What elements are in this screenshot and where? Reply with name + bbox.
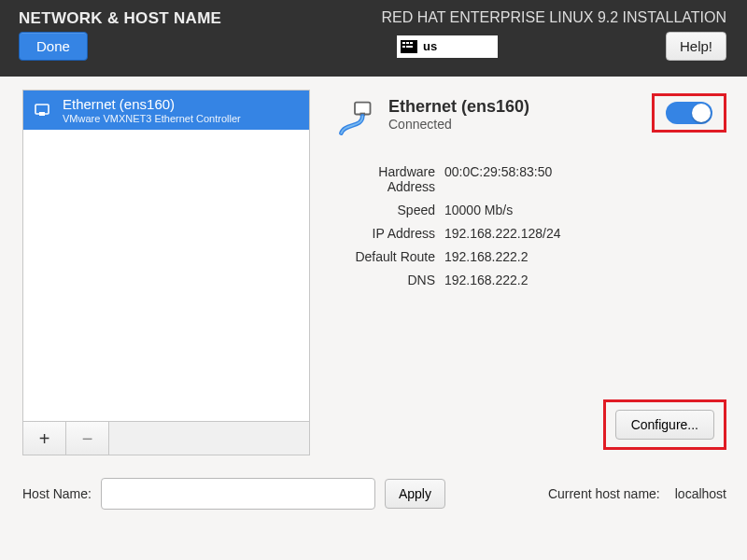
product-title: RED HAT ENTERPRISE LINUX 9.2 INSTALLATIO… bbox=[381, 9, 726, 26]
hostname-label: Host Name: bbox=[22, 486, 92, 501]
label-route: Default Route bbox=[329, 249, 435, 264]
page-title: NETWORK & HOST NAME bbox=[19, 9, 221, 28]
interface-detail-title: Ethernet (ens160) bbox=[388, 97, 529, 117]
toggle-highlight bbox=[652, 93, 726, 133]
value-speed: 10000 Mb/s bbox=[444, 203, 726, 217]
current-hostname-label: Current host name: bbox=[548, 486, 660, 501]
label-hwaddr: Hardware Address bbox=[329, 164, 435, 194]
value-route: 192.168.222.2 bbox=[444, 249, 726, 264]
interface-detail-status: Connected bbox=[388, 117, 529, 132]
interface-properties: Hardware Address 00:0C:29:58:83:50 Speed… bbox=[329, 164, 726, 287]
header-row2: us Help! bbox=[397, 32, 726, 61]
ethernet-large-icon bbox=[334, 99, 375, 140]
svg-rect-2 bbox=[355, 103, 371, 115]
ethernet-icon bbox=[31, 99, 53, 121]
hostname-input[interactable] bbox=[101, 478, 375, 510]
header-left: NETWORK & HOST NAME Done bbox=[19, 9, 221, 67]
remove-interface-button: − bbox=[66, 422, 109, 455]
done-button[interactable]: Done bbox=[19, 32, 88, 61]
interface-text: Ethernet (ens160) VMware VMXNET3 Etherne… bbox=[63, 96, 241, 124]
interface-list-controls: + − bbox=[22, 422, 310, 455]
interface-item[interactable]: Ethernet (ens160) VMware VMXNET3 Etherne… bbox=[23, 91, 309, 130]
add-interface-button[interactable]: + bbox=[23, 422, 66, 455]
iface-column: Ethernet (ens160) VMware VMXNET3 Etherne… bbox=[22, 90, 310, 455]
top-row: Ethernet (ens160) VMware VMXNET3 Etherne… bbox=[22, 90, 726, 455]
apply-hostname-button[interactable]: Apply bbox=[385, 479, 445, 509]
configure-button[interactable]: Configure... bbox=[615, 410, 714, 440]
current-hostname: Current host name: localhost bbox=[548, 486, 726, 501]
configure-highlight: Configure... bbox=[603, 399, 726, 450]
current-hostname-value: localhost bbox=[675, 486, 726, 501]
label-dns: DNS bbox=[329, 273, 435, 287]
keyboard-icon bbox=[401, 40, 417, 53]
value-dns: 192.168.222.2 bbox=[444, 273, 726, 287]
interface-sub: VMware VMXNET3 Ethernet Controller bbox=[63, 113, 241, 124]
interface-enable-toggle[interactable] bbox=[666, 102, 712, 124]
value-hwaddr: 00:0C:29:58:83:50 bbox=[444, 164, 726, 194]
keyboard-layout-button[interactable]: us bbox=[397, 35, 498, 58]
interface-details: Ethernet (ens160) Connected Hardware Add… bbox=[329, 90, 726, 455]
details-title-block: Ethernet (ens160) Connected bbox=[388, 97, 529, 132]
svg-rect-1 bbox=[39, 112, 45, 116]
label-ip: IP Address bbox=[329, 226, 435, 241]
interface-name: Ethernet (ens160) bbox=[63, 96, 241, 113]
label-speed: Speed bbox=[329, 203, 435, 217]
header: NETWORK & HOST NAME Done RED HAT ENTERPR… bbox=[0, 0, 747, 77]
keyboard-layout-label: us bbox=[423, 39, 437, 53]
help-button[interactable]: Help! bbox=[666, 32, 726, 61]
interface-list[interactable]: Ethernet (ens160) VMware VMXNET3 Etherne… bbox=[22, 90, 310, 422]
header-right: RED HAT ENTERPRISE LINUX 9.2 INSTALLATIO… bbox=[381, 9, 726, 67]
content: Ethernet (ens160) VMware VMXNET3 Etherne… bbox=[0, 77, 747, 519]
value-ip: 192.168.222.128/24 bbox=[444, 226, 726, 241]
hostname-row: Host Name: Apply Current host name: loca… bbox=[22, 478, 726, 510]
